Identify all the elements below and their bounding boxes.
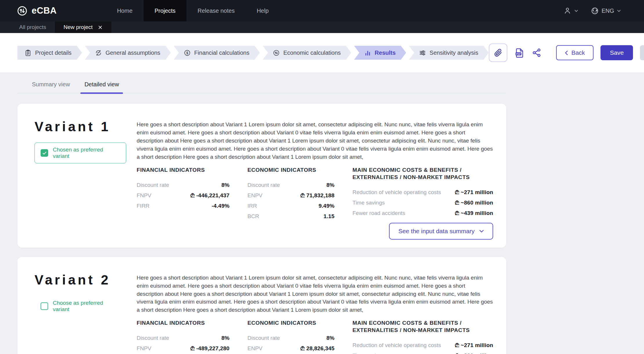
- indicator-label: Fewer road accidents: [352, 210, 405, 216]
- brand: eCBA: [0, 0, 57, 21]
- tab-all-projects[interactable]: All projects: [10, 21, 55, 33]
- indicator-label: FNPV: [137, 345, 151, 352]
- language-label: ENG: [602, 8, 614, 14]
- project-tabstrip: All projects New project: [0, 21, 644, 33]
- indicator-value: 8%: [326, 182, 334, 188]
- chevron-left-icon: [565, 50, 568, 55]
- section-title: ECONOMIC INDICATORS: [247, 319, 334, 326]
- step-label: Sensitivity analysis: [430, 50, 478, 56]
- clipboard-icon: [24, 49, 32, 56]
- indicator-row: Discount rate8%: [137, 333, 229, 343]
- financial-rows: Discount rate8%FNPV₾ -489,227,280: [137, 333, 229, 354]
- tab-summary-view[interactable]: Summary view: [32, 81, 70, 93]
- save-button-label: Save: [610, 49, 624, 56]
- indicator-row: FNPV₾ -489,227,280: [137, 343, 229, 354]
- step-label: General assumptions: [106, 50, 160, 56]
- chevron-down-icon: [617, 10, 621, 12]
- indicator-value: ₾ ~860 million: [455, 353, 493, 354]
- indicator-value: -4.49%: [212, 203, 229, 209]
- tab-detailed-view[interactable]: Detailed view: [84, 81, 119, 93]
- step-results[interactable]: Results: [354, 46, 406, 60]
- nav-item-projects[interactable]: Projects: [144, 0, 187, 21]
- section-title: FINANCIAL INDICATORS: [137, 166, 229, 174]
- paperclip-icon: [493, 48, 503, 57]
- impacts-column: MAIN ECONOMIC COSTS & BENEFITS / EXTERNA…: [352, 319, 493, 354]
- nav-item-help[interactable]: Help: [246, 0, 280, 21]
- indicator-row: BCR1.15: [247, 211, 334, 222]
- step-label: Project details: [35, 50, 72, 56]
- indicator-row: IRR9.49%: [247, 201, 334, 211]
- save-button[interactable]: Save: [600, 45, 633, 60]
- indicator-label: IRR: [247, 203, 257, 209]
- indicator-value: 8%: [221, 182, 229, 188]
- chevron-down-icon: [574, 10, 578, 12]
- indicator-value: 8%: [221, 335, 229, 341]
- economic-indicators-column: ECONOMIC INDICATORS Discount rate8%ENPV₾…: [247, 319, 334, 354]
- variant-1-title: Variant 1: [35, 119, 126, 134]
- step-sensitivity-analysis[interactable]: Sensitivity analysis: [409, 46, 489, 60]
- indicator-label: ENPV: [247, 345, 263, 352]
- indicator-label: Reduction of vehicle operating costs: [352, 189, 441, 196]
- indicator-label: Time savings: [352, 200, 385, 206]
- step-general-assumptions[interactable]: General assumptions: [85, 46, 171, 60]
- step-label: Results: [375, 50, 396, 56]
- attachments-button[interactable]: [489, 43, 507, 62]
- preferred-label: Chosen as preferred variant: [53, 147, 120, 159]
- indicator-row: Reduction of vehicle operating costs₾ ~2…: [352, 340, 493, 351]
- arrows-circle-icon: [273, 49, 280, 56]
- indicator-label: Discount rate: [247, 182, 280, 188]
- indicator-label: FNPV: [137, 192, 151, 199]
- brand-name: eCBA: [32, 6, 57, 16]
- svg-text:$: $: [186, 51, 188, 55]
- tab-new-project[interactable]: New project: [55, 21, 111, 33]
- financial-indicators-column: FINANCIAL INDICATORS Discount rate8%FNPV…: [137, 319, 229, 354]
- sliders-icon: [419, 49, 426, 56]
- next-button[interactable]: Next: [640, 45, 644, 60]
- back-button[interactable]: Back: [556, 45, 594, 60]
- share-button[interactable]: [532, 48, 542, 58]
- ecba-logo-icon: [17, 6, 28, 16]
- nav-item-home[interactable]: Home: [106, 0, 143, 21]
- step-economic-calculations[interactable]: Economic calculations: [263, 46, 351, 60]
- indicator-label: BCR: [247, 213, 259, 220]
- variant-1-preferred-toggle[interactable]: Chosen as preferred variant: [35, 143, 126, 163]
- indicator-value: ₾ ~271 million: [455, 189, 493, 196]
- wizard-header: Project details General assumptions $ Fi…: [0, 33, 644, 72]
- globe-icon: [591, 7, 599, 15]
- step-financial-calculations[interactable]: $ Financial calculations: [174, 46, 260, 60]
- tab-new-project-label: New project: [64, 24, 93, 30]
- indicator-row: Fewer road accidents₾ ~439 million: [352, 208, 493, 218]
- language-switcher[interactable]: ENG: [591, 7, 621, 15]
- section-title: MAIN ECONOMIC COSTS & BENEFITS / EXTERNA…: [352, 166, 493, 181]
- section-title: MAIN ECONOMIC COSTS & BENEFITS / EXTERNA…: [352, 319, 493, 334]
- step-project-details[interactable]: Project details: [17, 46, 82, 60]
- indicator-label: Discount rate: [137, 182, 169, 188]
- variant-1-description: Here goes a short description about Vari…: [137, 121, 493, 161]
- user-menu[interactable]: [563, 7, 578, 15]
- nav-item-release-notes[interactable]: Release notes: [187, 0, 246, 21]
- variant-1-indicators: FINANCIAL INDICATORS Discount rate8%FNPV…: [137, 166, 493, 222]
- section-title: FINANCIAL INDICATORS: [137, 319, 229, 326]
- checkbox-unchecked-icon[interactable]: [41, 302, 48, 310]
- checkbox-checked-icon[interactable]: [41, 149, 48, 157]
- indicator-value: 1.15: [323, 213, 334, 220]
- step-label: Economic calculations: [283, 50, 341, 56]
- indicator-row: ENPV₾ 71,832,188: [247, 190, 334, 201]
- export-pdf-button[interactable]: PDF: [514, 48, 525, 58]
- variant-2-description: Here goes a short description about Vari…: [137, 274, 493, 314]
- variant-2-preferred-toggle[interactable]: Choose as preferred variant: [35, 296, 126, 317]
- indicator-value: ₾ ~271 million: [455, 342, 493, 348]
- economic-rows: Discount rate8%ENPV₾ 71,832,188IRR9.49%B…: [247, 180, 334, 222]
- indicator-value: ₾ 71,832,188: [301, 192, 334, 199]
- indicator-row: Time savings₾ ~860 million: [352, 351, 493, 354]
- dollar-circle-icon: $: [184, 49, 191, 56]
- indicator-row: Discount rate8%: [247, 180, 334, 190]
- wizard-stepper: Project details General assumptions $ Fi…: [17, 46, 489, 60]
- economic-indicators-column: ECONOMIC INDICATORS Discount rate8%ENPV₾…: [247, 166, 334, 222]
- indicator-row: Time savings₾ ~860 million: [352, 198, 493, 208]
- indicator-row: Discount rate8%: [247, 333, 334, 343]
- input-data-summary-button[interactable]: See the input data summary: [389, 223, 493, 240]
- close-icon[interactable]: [98, 25, 103, 30]
- back-button-label: Back: [571, 49, 585, 56]
- bar-chart-icon: [364, 49, 371, 56]
